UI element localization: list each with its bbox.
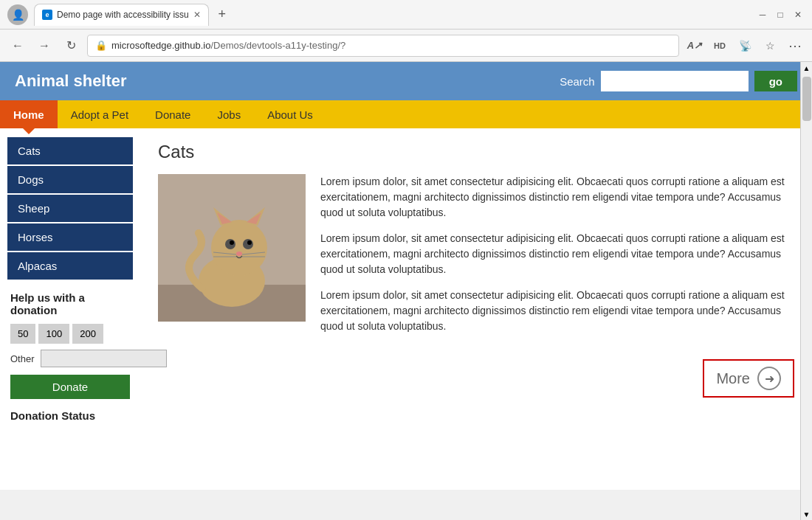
- sidebar-item-sheep[interactable]: Sheep: [7, 195, 133, 222]
- scrollbar-thumb[interactable]: [802, 77, 811, 121]
- paragraph-2: Lorem ipsum dolor, sit amet consectetur …: [320, 231, 794, 277]
- new-tab-button[interactable]: +: [212, 4, 233, 25]
- forward-button[interactable]: →: [34, 35, 55, 56]
- nav-item-about[interactable]: About Us: [254, 100, 326, 128]
- text-paragraphs: Lorem ipsum dolor, sit amet consectetur …: [320, 174, 794, 344]
- content-body: Lorem ipsum dolor, sit amet consectetur …: [158, 174, 794, 344]
- website: Animal shelter Search go Home Adopt a Pe…: [0, 62, 812, 520]
- donate-button[interactable]: Donate: [10, 375, 130, 399]
- content-area: Cats: [140, 128, 812, 490]
- donation-btn-100[interactable]: 100: [38, 324, 69, 344]
- title-bar: 👤 e Demo page with accessibility issu ✕ …: [0, 0, 812, 30]
- other-label: Other: [10, 353, 35, 364]
- back-button[interactable]: ←: [7, 35, 28, 56]
- close-button[interactable]: ✕: [791, 8, 805, 21]
- go-button[interactable]: go: [754, 71, 797, 91]
- more-button-label: More: [716, 370, 750, 387]
- page-wrapper: Animal shelter Search go Home Adopt a Pe…: [0, 62, 812, 520]
- scrollbar-down-button[interactable]: ▼: [801, 508, 813, 520]
- tab-close-button[interactable]: ✕: [193, 10, 201, 20]
- sidebar-item-horses[interactable]: Horses: [7, 223, 133, 251]
- restore-button[interactable]: □: [774, 8, 787, 21]
- window-controls: ─ □ ✕: [756, 8, 805, 21]
- more-button-container: More ➜: [158, 359, 794, 398]
- paragraph-1: Lorem ipsum dolor, sit amet consectetur …: [320, 174, 794, 221]
- donation-btn-50[interactable]: 50: [10, 324, 35, 344]
- nav-item-donate[interactable]: Donate: [142, 100, 204, 128]
- donation-other: Other: [10, 350, 130, 367]
- site-nav: Home Adopt a Pet Donate Jobs About Us: [0, 100, 812, 128]
- paragraph-3: Lorem ipsum dolor, sit amet consectetur …: [320, 288, 794, 334]
- site-title: Animal shelter: [15, 72, 127, 91]
- site-search: Search go: [560, 71, 797, 91]
- address-bar: ← → ↻ 🔒 microsoftedge.github.io/Demos/de…: [0, 30, 812, 62]
- cat-image: [158, 174, 306, 322]
- sidebar-donation: Help us with a donation 50 100 200 Other…: [0, 281, 140, 409]
- nav-item-jobs[interactable]: Jobs: [204, 100, 254, 128]
- donation-status-title: Donation Status: [0, 409, 140, 422]
- site-header: Animal shelter Search go: [0, 62, 812, 100]
- nav-item-adopt[interactable]: Adopt a Pet: [58, 100, 142, 128]
- address-input[interactable]: 🔒 microsoftedge.github.io/Demos/devtools…: [87, 35, 679, 57]
- main-content: Cats Dogs Sheep Horses Alpacas Help us w…: [0, 128, 812, 490]
- sidebar-item-cats[interactable]: Cats: [7, 137, 133, 164]
- sidebar: Cats Dogs Sheep Horses Alpacas Help us w…: [0, 128, 140, 490]
- profile-icon-symbol: 👤: [12, 9, 24, 21]
- immersive-reader-icon[interactable]: HD: [710, 36, 729, 55]
- toolbar-icons: A↗ HD 📡 ☆ ⋯: [685, 36, 805, 55]
- sidebar-item-alpacas[interactable]: Alpacas: [7, 252, 133, 280]
- more-button[interactable]: More ➜: [703, 359, 794, 398]
- browser-tab[interactable]: e Demo page with accessibility issu ✕: [34, 4, 209, 26]
- read-aloud-icon[interactable]: A↗: [685, 36, 704, 55]
- more-tools-icon[interactable]: ⋯: [785, 36, 805, 55]
- minimize-button[interactable]: ─: [756, 8, 769, 21]
- tab-title: Demo page with accessibility issu: [57, 10, 189, 20]
- donation-title: Help us with a donation: [10, 291, 130, 316]
- sidebar-item-dogs[interactable]: Dogs: [7, 166, 133, 193]
- scrollbar-up-button[interactable]: ▲: [801, 62, 813, 74]
- donation-amount-buttons: 50 100 200: [10, 324, 130, 344]
- tab-favicon: e: [42, 10, 52, 20]
- tab-bar: e Demo page with accessibility issu ✕ +: [34, 4, 756, 26]
- donation-btn-200[interactable]: 200: [72, 324, 103, 344]
- more-arrow-icon: ➜: [757, 367, 781, 390]
- address-url-suffix: /Demos/devtools-a11y-testing/?: [210, 40, 345, 51]
- scrollbar: ▲ ▼: [800, 62, 812, 520]
- search-label: Search: [560, 75, 595, 88]
- svg-point-12: [236, 252, 242, 256]
- search-input[interactable]: [601, 71, 749, 91]
- svg-point-10: [230, 240, 234, 245]
- content-title: Cats: [158, 142, 794, 162]
- cast-icon[interactable]: 📡: [735, 36, 754, 55]
- svg-point-3: [211, 220, 267, 276]
- profile-icon[interactable]: 👤: [7, 4, 28, 25]
- refresh-button[interactable]: ↻: [61, 35, 81, 56]
- svg-point-11: [247, 240, 252, 245]
- address-url-prefix: microsoftedge.github.io: [111, 40, 210, 51]
- favorites-icon[interactable]: ☆: [760, 36, 780, 55]
- nav-item-home[interactable]: Home: [0, 100, 58, 128]
